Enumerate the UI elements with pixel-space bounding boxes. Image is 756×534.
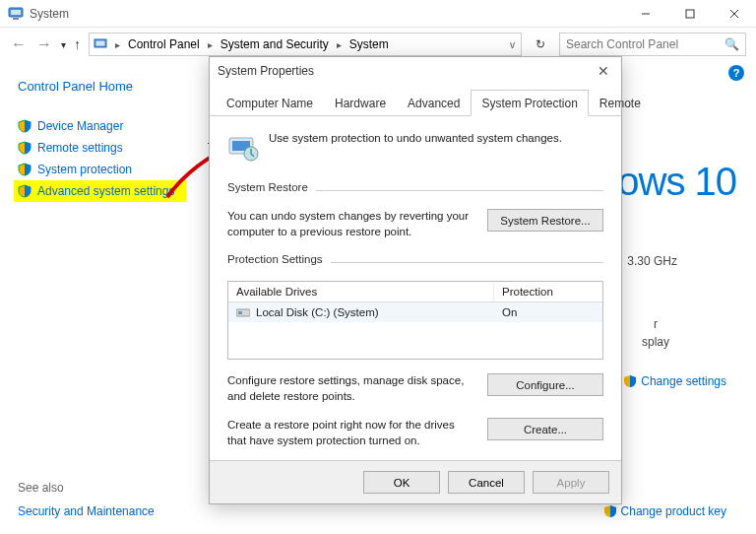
sidebar-item-device-manager[interactable]: Device Manager bbox=[18, 115, 197, 137]
address-bar[interactable]: ▸ Control Panel ▸ System and Security ▸ … bbox=[89, 33, 522, 56]
processor-speed: 3.30 GHz bbox=[627, 254, 677, 268]
drives-list[interactable]: Available Drives Protection Local Disk (… bbox=[227, 281, 603, 360]
refresh-button[interactable]: ↻ bbox=[530, 37, 551, 51]
divider bbox=[316, 190, 603, 191]
col-available-drives: Available Drives bbox=[228, 282, 494, 301]
sidebar-item-system-protection[interactable]: System protection bbox=[18, 159, 197, 180]
maximize-button[interactable] bbox=[667, 0, 712, 28]
control-panel-home-link[interactable]: Control Panel Home bbox=[18, 79, 197, 94]
tab-hardware[interactable]: Hardware bbox=[324, 90, 397, 116]
shield-icon bbox=[18, 119, 32, 133]
configure-description: Configure restore settings, manage disk … bbox=[227, 373, 475, 404]
system-restore-button[interactable]: System Restore... bbox=[487, 209, 603, 232]
dialog-close-button[interactable]: ✕ bbox=[594, 63, 613, 79]
dialog-titlebar: System Properties ✕ bbox=[210, 57, 621, 85]
configure-button[interactable]: Configure... bbox=[487, 373, 603, 396]
tab-remote[interactable]: Remote bbox=[589, 90, 652, 116]
ok-button[interactable]: OK bbox=[363, 471, 440, 494]
computer-icon bbox=[94, 36, 109, 52]
window-titlebar: System bbox=[0, 0, 756, 28]
system-icon bbox=[8, 6, 24, 22]
sidebar-item-label: Remote settings bbox=[37, 141, 123, 155]
sidebar-item-remote-settings[interactable]: Remote settings bbox=[18, 137, 197, 159]
shield-icon bbox=[18, 141, 32, 155]
crumb-sep-icon: ▸ bbox=[335, 39, 344, 50]
shield-icon bbox=[623, 374, 637, 388]
window-title: System bbox=[30, 7, 623, 21]
group-system-restore: System Restore bbox=[227, 181, 308, 193]
change-settings-link[interactable]: Change settings bbox=[623, 374, 726, 388]
partial-text: splay bbox=[642, 335, 669, 349]
see-also-label: See also bbox=[18, 481, 64, 495]
tab-system-protection[interactable]: System Protection bbox=[471, 90, 588, 116]
crumb-sep-icon: ▸ bbox=[113, 39, 122, 50]
drive-row[interactable]: Local Disk (C:) (System) On bbox=[228, 302, 602, 322]
search-icon: 🔍 bbox=[724, 37, 739, 51]
system-properties-dialog: System Properties ✕ Computer Name Hardwa… bbox=[209, 56, 622, 504]
dialog-footer: OK Cancel Apply bbox=[210, 460, 621, 503]
group-protection-settings: Protection Settings bbox=[227, 253, 323, 265]
svg-rect-2 bbox=[13, 18, 19, 20]
address-dropdown-icon[interactable]: v bbox=[510, 39, 515, 50]
crumb-control-panel[interactable]: Control Panel bbox=[126, 37, 202, 51]
shield-icon bbox=[18, 163, 32, 176]
crumb-system-security[interactable]: System and Security bbox=[219, 37, 331, 51]
close-button[interactable] bbox=[712, 0, 756, 28]
svg-rect-4 bbox=[686, 10, 694, 18]
sidebar-item-label: Device Manager bbox=[37, 119, 123, 133]
tab-computer-name[interactable]: Computer Name bbox=[216, 90, 324, 116]
apply-button[interactable]: Apply bbox=[533, 471, 609, 494]
cancel-button[interactable]: Cancel bbox=[448, 471, 525, 494]
svg-rect-13 bbox=[238, 311, 242, 314]
up-button[interactable]: ↑ bbox=[74, 36, 81, 52]
divider bbox=[331, 262, 603, 263]
sidebar-item-label: Advanced system settings bbox=[37, 184, 174, 198]
shield-icon bbox=[603, 504, 617, 518]
left-sidebar: Control Panel Home Device Manager Remote… bbox=[0, 61, 197, 534]
dialog-tabs: Computer Name Hardware Advanced System P… bbox=[210, 89, 621, 116]
tab-advanced[interactable]: Advanced bbox=[397, 90, 471, 116]
create-button[interactable]: Create... bbox=[487, 418, 603, 440]
crumb-system[interactable]: System bbox=[347, 37, 391, 51]
svg-rect-1 bbox=[11, 10, 21, 15]
drive-name: Local Disk (C:) (System) bbox=[256, 306, 379, 318]
sidebar-item-advanced-settings[interactable]: Advanced system settings bbox=[14, 180, 186, 202]
drive-icon bbox=[236, 307, 250, 318]
help-icon[interactable]: ? bbox=[728, 65, 744, 81]
svg-rect-8 bbox=[96, 41, 105, 46]
forward-button[interactable]: → bbox=[35, 35, 53, 53]
back-button[interactable]: ← bbox=[10, 35, 28, 53]
intro-text: Use system protection to undo unwanted s… bbox=[269, 132, 562, 144]
search-placeholder: Search Control Panel bbox=[566, 37, 678, 51]
drive-protection: On bbox=[494, 302, 602, 322]
history-dropdown[interactable]: ▾ bbox=[61, 39, 66, 50]
create-description: Create a restore point right now for the… bbox=[227, 418, 475, 448]
shield-icon bbox=[18, 184, 32, 198]
crumb-sep-icon: ▸ bbox=[206, 39, 215, 50]
change-product-key-link[interactable]: Change product key bbox=[603, 504, 726, 518]
restore-description: You can undo system changes by reverting… bbox=[227, 209, 475, 239]
minimize-button[interactable] bbox=[623, 0, 667, 28]
dialog-title: System Properties bbox=[218, 64, 314, 78]
security-maintenance-link[interactable]: Security and Maintenance bbox=[18, 504, 155, 518]
search-input[interactable]: Search Control Panel 🔍 bbox=[559, 33, 746, 56]
sidebar-item-label: System protection bbox=[37, 163, 132, 176]
col-protection: Protection bbox=[494, 282, 602, 301]
system-protection-icon bbox=[227, 132, 259, 164]
partial-text: r bbox=[654, 317, 658, 331]
